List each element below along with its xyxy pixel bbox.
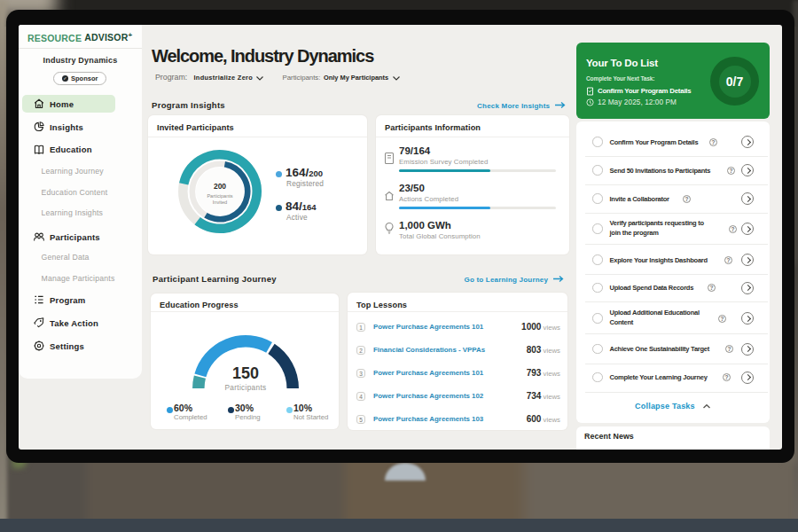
svg-text:Participants: Participants <box>207 193 232 199</box>
svg-text:Invited: Invited <box>213 200 227 205</box>
svg-text:200: 200 <box>214 182 226 191</box>
